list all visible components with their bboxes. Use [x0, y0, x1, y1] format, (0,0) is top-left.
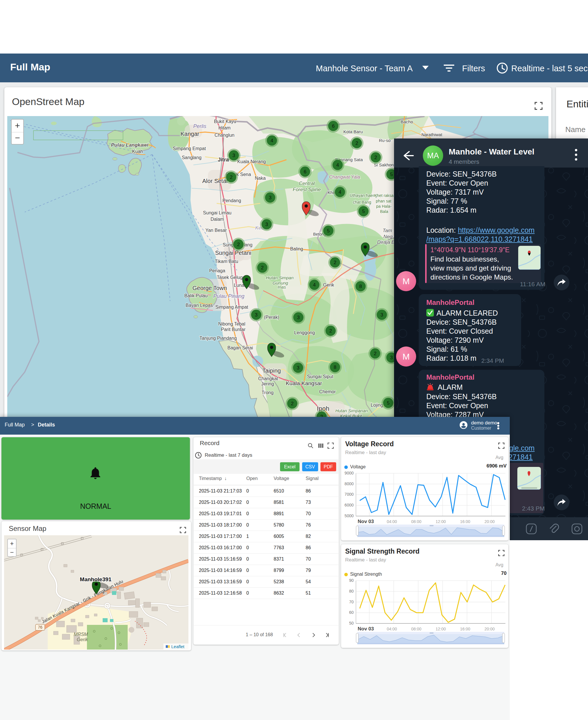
- svg-text:6: 6: [332, 123, 334, 129]
- svg-text:3: 3: [269, 195, 271, 201]
- svg-text:Gerik: Gerik: [323, 283, 334, 287]
- svg-text:3: 3: [297, 365, 299, 371]
- svg-text:Parit Buntar: Parit Buntar: [221, 327, 246, 332]
- svg-text:Bala: Bala: [380, 209, 388, 214]
- svg-text:3: 3: [232, 153, 235, 158]
- svg-text:Kota Baru: Kota Baru: [343, 129, 363, 134]
- svg-text:2: 2: [355, 141, 358, 146]
- svg-text:3: 3: [265, 222, 268, 227]
- svg-text:Alor Setar: Alor Setar: [203, 178, 228, 184]
- svg-text:Sungai Petani: Sungai Petani: [215, 250, 252, 256]
- svg-text:4: 4: [336, 162, 339, 168]
- svg-text:Central: Central: [299, 181, 315, 186]
- svg-text:2: 2: [291, 401, 293, 406]
- svg-text:5: 5: [362, 209, 365, 214]
- svg-text:Narathiwat: Narathiwat: [421, 132, 443, 137]
- svg-text:3: 3: [255, 312, 257, 318]
- svg-text:Perlis: Perlis: [193, 123, 206, 129]
- svg-text:Kangar: Kangar: [181, 131, 200, 137]
- svg-text:2: 2: [334, 260, 336, 265]
- svg-text:Hitam: Hitam: [218, 125, 231, 130]
- svg-text:pa Hala-: pa Hala-: [376, 204, 392, 209]
- svg-text:Tanjung Piandang: Tanjung Piandang: [200, 336, 237, 341]
- svg-text:(Perak): (Perak): [264, 315, 279, 320]
- svg-text:2: 2: [329, 328, 332, 334]
- svg-text:Tam: Tam: [383, 228, 392, 233]
- svg-text:Baling: Baling: [290, 246, 303, 251]
- svg-text:Simpang Empat: Simpang Empat: [173, 146, 206, 151]
- svg-text:8: 8: [359, 284, 362, 289]
- svg-text:4: 4: [270, 138, 273, 143]
- svg-text:Pendang: Pendang: [223, 198, 241, 203]
- svg-text:6: 6: [303, 169, 306, 174]
- svg-text:Jering: Jering: [261, 382, 274, 386]
- svg-text:George Town: George Town: [192, 285, 227, 291]
- svg-text:Pulau Pinang: Pulau Pinang: [213, 293, 244, 299]
- svg-text:Sanglang: Sanglang: [182, 155, 202, 160]
- svg-text:4: 4: [313, 282, 316, 288]
- svg-text:Lenggong: Lenggong: [294, 330, 315, 335]
- svg-text:Yan Besar: Yan Besar: [205, 228, 227, 233]
- svg-text:2: 2: [261, 265, 264, 270]
- svg-text:Bukit Kayu: Bukit Kayu: [214, 119, 236, 124]
- svg-text:4: 4: [338, 189, 341, 195]
- svg-text:2: 2: [230, 174, 232, 180]
- svg-text:Kuala Kangsar: Kuala Kangsar: [286, 380, 322, 386]
- svg-text:Taiping: Taiping: [262, 367, 281, 374]
- svg-text:5: 5: [390, 172, 393, 177]
- svg-text:chat Bang: chat Bang: [353, 200, 371, 205]
- svg-text:Kuah: Kuah: [132, 149, 143, 154]
- svg-text:Diraja E: Diraja E: [377, 240, 395, 245]
- svg-text:Uthayan haeng: Uthayan haeng: [350, 193, 377, 198]
- svg-text:Changkat: Changkat: [258, 376, 278, 381]
- svg-text:Bagan Serai: Bagan Serai: [227, 345, 253, 350]
- svg-text:Lojing: Lojing: [371, 403, 383, 408]
- svg-text:Naka: Naka: [255, 176, 266, 181]
- svg-text:Changwat Yala: Changwat Yala: [329, 174, 360, 180]
- svg-text:5: 5: [327, 228, 330, 233]
- svg-text:2: 2: [374, 351, 376, 356]
- svg-text:Inas: Inas: [278, 285, 286, 289]
- svg-text:Kuala Nerang: Kuala Nerang: [237, 159, 266, 164]
- svg-text:Khet raksa: Khet raksa: [374, 193, 394, 198]
- svg-text:Tikam Batu: Tikam Batu: [215, 259, 238, 264]
- svg-text:Dalam: Dalam: [211, 217, 224, 222]
- svg-text:Nibong Tebal: Nibong Tebal: [218, 322, 245, 326]
- svg-text:Bacho: Bacho: [401, 119, 413, 124]
- svg-text:Jitra: Jitra: [218, 157, 229, 163]
- svg-text:Ru-so: Ru-so: [379, 138, 391, 143]
- svg-text:2: 2: [374, 155, 377, 160]
- svg-text:Bayan Lepas: Bayan Lepas: [186, 303, 213, 308]
- svg-text:5: 5: [387, 400, 390, 406]
- svg-text:Chemor: Chemor: [319, 389, 336, 394]
- svg-text:3: 3: [390, 355, 393, 361]
- svg-text:3: 3: [380, 312, 383, 318]
- svg-text:Hutan Simpan: Hutan Simpan: [266, 275, 293, 280]
- svg-text:Simpang Ampat: Simpang Ampat: [215, 305, 249, 310]
- svg-text:2: 2: [237, 242, 239, 247]
- svg-text:Neg: Neg: [383, 234, 393, 240]
- svg-text:Sungai Limau: Sungai Limau: [203, 210, 231, 215]
- svg-text:Trong: Trong: [261, 390, 273, 395]
- svg-text:Balik Pulau: Balik Pulau: [184, 293, 208, 298]
- svg-text:Sungai Siput: Sungai Siput: [307, 374, 334, 379]
- svg-text:Forest Spine: Forest Spine: [293, 187, 321, 192]
- svg-text:Changlun: Changlun: [215, 133, 235, 138]
- svg-text:Penaga: Penaga: [209, 268, 225, 273]
- svg-text:Pulau Langkawi: Pulau Langkawi: [111, 142, 149, 148]
- svg-text:8: 8: [334, 365, 336, 370]
- svg-text:3: 3: [297, 315, 299, 320]
- svg-text:Hutan Simpanan: Hutan Simpanan: [335, 408, 368, 413]
- svg-text:phan sat: phan sat: [376, 199, 392, 203]
